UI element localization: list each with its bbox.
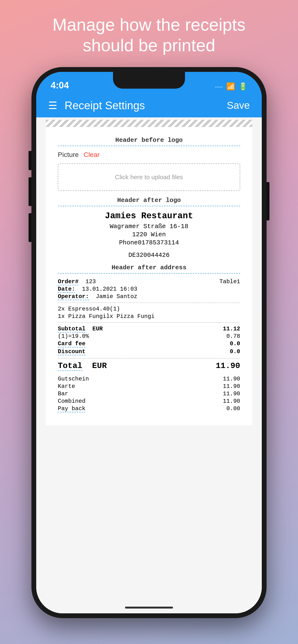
order-number: 123 — [85, 278, 96, 285]
address-line1: Wagramer Straße 16-18 — [58, 223, 240, 230]
gutschein-value: 11.90 — [223, 376, 240, 382]
card-fee-row: Card fee 0.0 — [58, 340, 240, 348]
payback-value: 0.00 — [226, 406, 240, 412]
status-time: 4:04 — [51, 80, 69, 90]
karte-label: Karte — [58, 383, 75, 390]
save-button[interactable]: Save — [227, 100, 250, 111]
app-bar: ☰ Receipt Settings Save — [36, 94, 262, 118]
address-line2: 1220 Wien — [58, 231, 240, 238]
total-label: Total — [58, 361, 82, 371]
volume-up-button — [29, 151, 32, 170]
app-bar-title: Receipt Settings — [65, 99, 227, 112]
date-row: Date: 13.01.2021 16:03 — [58, 286, 240, 292]
phone-screen: 4:04 ···· 📶 🔋 ☰ Receipt Settings Save — [36, 72, 262, 613]
vat-number: DE320044426 — [58, 252, 240, 259]
header-after-logo-text: Header after logo — [117, 197, 181, 204]
picture-label: Picture — [58, 151, 79, 158]
item2: 1x Pizza Fungilx Pizza Fungi — [58, 313, 240, 320]
date-value: 13.01.2021 16:03 — [82, 286, 137, 292]
scroll-content[interactable]: Header before logo Picture Clear Click h… — [36, 118, 262, 613]
upload-box[interactable]: Click here to upload files — [58, 164, 240, 191]
combined-value: 11.90 — [223, 398, 240, 404]
payback-row: Pay back 0.00 — [58, 406, 240, 412]
date-label: Date: — [58, 286, 75, 293]
item1: 2x Espresso4.40(1) — [58, 306, 240, 312]
combined-label: Combined — [58, 398, 85, 404]
status-right-icons: ···· 📶 🔋 — [215, 82, 247, 90]
subtotal-currency: EUR — [92, 326, 103, 332]
card-fee-value: 0.0 — [230, 340, 240, 348]
signal-icon: ···· — [215, 82, 223, 90]
header-after-logo[interactable]: Header after logo — [58, 197, 240, 206]
phone-wrapper: 4:04 ···· 📶 🔋 ☰ Receipt Settings Save — [32, 67, 266, 618]
gutschein-row: Gutschein 11.90 — [58, 376, 240, 382]
receipt-top-decoration — [46, 120, 252, 127]
header-after-address[interactable]: Header after address — [58, 264, 240, 274]
picture-row: Picture Clear — [58, 151, 240, 158]
total-currency: EUR — [92, 361, 107, 370]
phone-shell: 4:04 ···· 📶 🔋 ☰ Receipt Settings Save — [32, 67, 266, 618]
clear-button[interactable]: Clear — [83, 151, 100, 158]
karte-row: Karte 11.90 — [58, 383, 240, 390]
total-value: 11.90 — [216, 361, 240, 370]
order-label: Order# — [58, 278, 78, 285]
header-before-logo[interactable]: Header before logo — [58, 136, 240, 146]
subtotal-label: Subtotal — [58, 326, 85, 332]
bar-value: 11.90 — [223, 390, 240, 397]
operator-value: Jamie Santoz — [96, 293, 137, 300]
karte-value: 11.90 — [223, 383, 240, 390]
total-row: Total EUR 11.90 — [58, 361, 240, 370]
bar-row: Bar 11.90 — [58, 390, 240, 397]
header-after-address-text: Header after address — [112, 264, 186, 271]
subtotal-row: Subtotal EUR 11.12 — [58, 326, 240, 332]
upload-label: Click here to upload files — [115, 174, 183, 181]
divider2 — [58, 322, 240, 323]
header-before-logo-text: Header before logo — [115, 136, 183, 144]
receipt-paper: Header before logo Picture Clear Click h… — [46, 127, 252, 425]
table-label: Table1 — [220, 278, 240, 285]
divider1 — [58, 302, 240, 303]
tax-label: (1)=19.0% — [58, 333, 89, 340]
title-line1: Manage how the receipts — [53, 15, 245, 34]
power-button — [266, 182, 269, 220]
wifi-icon: 📶 — [226, 82, 235, 90]
tax-row: (1)=19.0% 0.78 — [58, 333, 240, 340]
home-indicator — [125, 606, 173, 608]
title-line2: should be printed — [83, 36, 215, 55]
operator-label: Operator: — [58, 293, 89, 300]
tax-value: 0.78 — [226, 333, 240, 340]
discount-value: 0.0 — [230, 348, 240, 355]
card-fee-label: Card fee — [58, 340, 85, 348]
restaurant-name: Jamies Restaurant — [58, 211, 240, 221]
combined-row: Combined 11.90 — [58, 398, 240, 404]
notch — [113, 72, 185, 89]
operator-row: Operator: Jamie Santoz — [58, 293, 240, 300]
volume-down-button — [29, 177, 32, 206]
phone-number: Phone01785373114 — [58, 239, 240, 246]
divider3 — [58, 358, 240, 358]
silent-button — [29, 213, 32, 242]
discount-row: Discount 0.0 — [58, 348, 240, 355]
subtotal-value: 11.12 — [223, 326, 240, 332]
hamburger-icon[interactable]: ☰ — [48, 100, 57, 112]
discount-label: Discount — [58, 348, 85, 355]
bar-label: Bar — [58, 390, 68, 397]
payback-label: Pay back — [58, 406, 85, 412]
battery-icon: 🔋 — [238, 82, 247, 90]
page-title: Manage how the receipts should be printe… — [0, 14, 298, 56]
gutschein-label: Gutschein — [58, 376, 89, 382]
order-row: Order# 123 Table1 — [58, 278, 240, 285]
